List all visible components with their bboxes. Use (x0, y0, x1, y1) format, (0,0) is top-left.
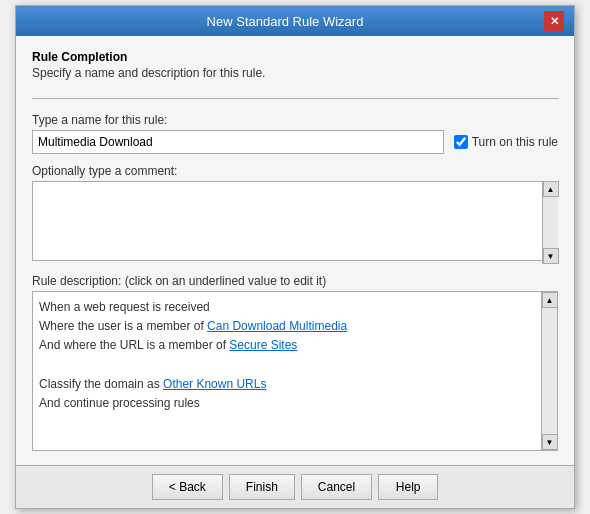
divider (32, 98, 558, 99)
rule-desc-content: When a web request is received Where the… (33, 292, 557, 419)
rule-line-6: And continue processing rules (39, 394, 537, 413)
name-label: Type a name for this rule: (32, 113, 558, 127)
comment-wrapper: ▲ ▼ (32, 181, 558, 264)
comment-scrollbar: ▲ ▼ (542, 181, 558, 264)
button-bar: < Back Finish Cancel Help (16, 465, 574, 508)
rule-line-5: Classify the domain as Other Known URLs (39, 375, 537, 394)
turn-on-checkbox[interactable] (454, 135, 468, 149)
scroll-down-arrow[interactable]: ▼ (543, 248, 559, 264)
dialog-content: Rule Completion Specify a name and descr… (16, 36, 574, 465)
scroll-track (543, 197, 558, 248)
rule-scroll-down[interactable]: ▼ (542, 434, 558, 450)
close-button[interactable]: ✕ (544, 11, 564, 31)
turn-on-label: Turn on this rule (454, 135, 558, 149)
rule-line-4 (39, 356, 537, 375)
cancel-button[interactable]: Cancel (301, 474, 372, 500)
dialog-title: New Standard Rule Wizard (26, 14, 544, 29)
link-can-download-multimedia[interactable]: Can Download Multimedia (207, 319, 347, 333)
rule-line-1: When a web request is received (39, 298, 537, 317)
rule-description-section: Rule description: (click on an underline… (32, 274, 558, 451)
rule-desc-box: When a web request is received Where the… (32, 291, 558, 451)
scroll-up-arrow[interactable]: ▲ (543, 181, 559, 197)
comment-label: Optionally type a comment: (32, 164, 558, 178)
rule-desc-scrollbar: ▲ ▼ (541, 292, 557, 450)
comment-group: Optionally type a comment: ▲ ▼ (32, 164, 558, 264)
section-title: Rule Completion (32, 50, 558, 64)
rule-name-input[interactable] (32, 130, 444, 154)
link-other-known-urls[interactable]: Other Known URLs (163, 377, 266, 391)
link-secure-sites[interactable]: Secure Sites (229, 338, 297, 352)
help-button[interactable]: Help (378, 474, 438, 500)
rule-line-3: And where the URL is a member of Secure … (39, 336, 537, 355)
section-subtitle: Specify a name and description for this … (32, 66, 558, 80)
rule-line-2: Where the user is a member of Can Downlo… (39, 317, 537, 336)
dialog-window: New Standard Rule Wizard ✕ Rule Completi… (15, 5, 575, 509)
back-button[interactable]: < Back (152, 474, 223, 500)
title-bar: New Standard Rule Wizard ✕ (16, 6, 574, 36)
comment-textarea[interactable] (32, 181, 558, 261)
name-input-row: Turn on this rule (32, 130, 558, 154)
section-header: Rule Completion Specify a name and descr… (32, 50, 558, 80)
rule-scroll-track (542, 308, 557, 434)
rule-name-group: Type a name for this rule: Turn on this … (32, 113, 558, 154)
rule-scroll-up[interactable]: ▲ (542, 292, 558, 308)
rule-desc-label: Rule description: (click on an underline… (32, 274, 558, 288)
finish-button[interactable]: Finish (229, 474, 295, 500)
